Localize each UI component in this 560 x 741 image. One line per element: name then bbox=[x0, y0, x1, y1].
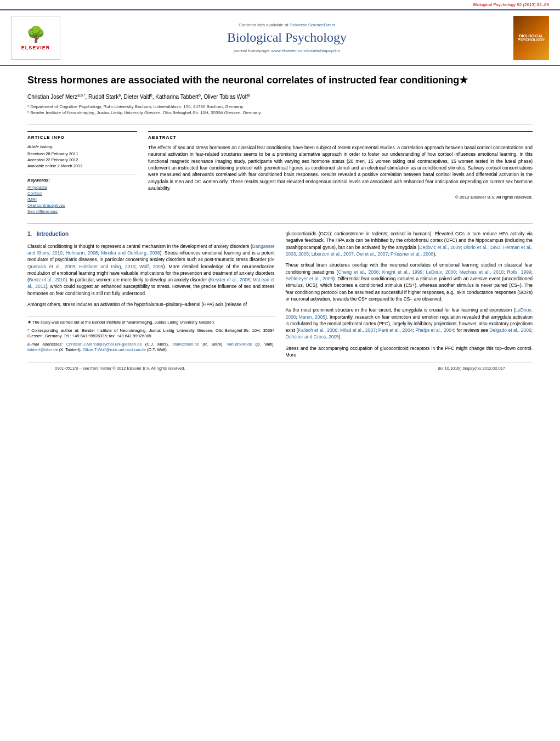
keyword-amygdala[interactable]: Amygdala bbox=[27, 185, 137, 190]
ref-holsboer[interactable]: Holsboer and Ising, 2010 bbox=[79, 264, 135, 269]
ref-hofmann[interactable]: Hofmann, 2008 bbox=[66, 250, 98, 256]
article-info-panel: ARTICLE INFO Article history: Received 2… bbox=[27, 131, 137, 215]
divider-2 bbox=[27, 223, 533, 224]
divider-1 bbox=[27, 124, 533, 125]
body-col-left: 1. Introduction Classical conditioning i… bbox=[27, 230, 275, 363]
ref-ledoux[interactable]: LeDoux, 2000 bbox=[426, 269, 456, 275]
footer-doi: doi:10.1016/j.biopsycho.2012.02.017 bbox=[438, 366, 505, 371]
keyword-cortisol[interactable]: Cortisol bbox=[27, 191, 137, 196]
footnote-emails: E-mail addresses: Christian.J.Merz@psych… bbox=[27, 342, 275, 353]
online-date: Available online 2 March 2012 bbox=[27, 163, 137, 168]
ref-mechias[interactable]: Mechias et al., 2010 bbox=[459, 269, 504, 275]
elsevier-tree-icon: 🌳 bbox=[26, 25, 46, 43]
right-para-1: glucocorticoids (GCs): corticosterone in… bbox=[286, 230, 533, 257]
elsevier-logo: 🌳 ELSEVIER bbox=[11, 16, 60, 60]
ref-oei[interactable]: Oei et al., 2007 bbox=[357, 251, 388, 257]
email-list: Christian.J.Merz@psychol.uni-giessen.de … bbox=[27, 342, 275, 353]
abstract-panel: ABSTRACT The effects of sex and stress h… bbox=[148, 131, 533, 215]
affiliation-b: ᵇ Bender Institute of Neuroimaging, Just… bbox=[27, 110, 533, 116]
ref-rolls[interactable]: Rolls, 1999 bbox=[507, 269, 531, 275]
ref-sehlmeyer[interactable]: Sehlmeyer et al., 2009 bbox=[286, 276, 333, 281]
ref-wolf[interactable]: Wolf, 2008 bbox=[139, 264, 163, 269]
right-para-2: These critical brain structures overlap … bbox=[286, 262, 533, 302]
homepage-url[interactable]: www.elsevier.com/locate/biopsycho bbox=[271, 48, 340, 53]
footer-issn: 0301-0511/$ – see front matter © 2012 El… bbox=[55, 366, 185, 371]
main-content: Stress hormones are associated with the … bbox=[0, 66, 560, 382]
right-para-4: Stress and the accompanying occupation o… bbox=[286, 345, 533, 359]
ref-cheng[interactable]: Cheng et al., 2006 bbox=[338, 269, 378, 275]
intro-para-2: Amongst others, stress induces an activa… bbox=[27, 301, 275, 308]
keyword-oc[interactable]: Oral contraceptives bbox=[27, 203, 137, 208]
article-info-abstract: ARTICLE INFO Article history: Received 2… bbox=[27, 131, 533, 215]
affiliation-a: ᵃ Department of Cognitive Psychology, Ru… bbox=[27, 104, 533, 110]
email-vaitl[interactable]: vaitl@bion.de bbox=[227, 342, 252, 347]
ref-mineka[interactable]: Mineka and Oehlberg, 2008 bbox=[101, 250, 160, 256]
ref-liberzon[interactable]: Liberzon et al., 2007 bbox=[312, 251, 354, 257]
sciverse-line: Contents lists available at SciVerse Sci… bbox=[239, 22, 335, 27]
intro-heading: 1. Introduction bbox=[27, 230, 275, 239]
keywords-section: Keywords: Amygdala Cortisol fMRI Oral co… bbox=[27, 174, 137, 214]
article-info-heading: ARTICLE INFO bbox=[27, 135, 137, 140]
homepage-line: journal homepage: www.elsevier.com/locat… bbox=[234, 48, 340, 53]
footnote-star: ★ The study was carried out at the Bende… bbox=[27, 320, 275, 326]
footnotes: ★ The study was carried out at the Bende… bbox=[27, 316, 275, 353]
right-para-3: As the most prominent structure in the f… bbox=[286, 307, 533, 341]
ref-prussner[interactable]: Prüssner et al., 2008 bbox=[391, 251, 433, 257]
ref-maren[interactable]: Maren, 2005 bbox=[299, 314, 325, 320]
keywords-label: Keywords: bbox=[27, 178, 137, 183]
ref-kessler[interactable]: Kessler et al., 2005 bbox=[210, 277, 250, 282]
journal-title-block: Contents lists available at SciVerse Sci… bbox=[69, 16, 505, 60]
abstract-heading: ABSTRACT bbox=[148, 135, 533, 140]
abstract-text: The effects of sex and stress hormones o… bbox=[148, 144, 533, 191]
journal-ref-text: Biological Psychology 92 (2013) 82–89 bbox=[473, 2, 549, 7]
email-merz[interactable]: Christian.J.Merz@psychol.uni-giessen.de bbox=[66, 342, 142, 347]
ref-pare[interactable]: Paré et al., 2004 bbox=[378, 327, 413, 333]
ref-diorio[interactable]: Diorio et al., 1993 bbox=[463, 245, 500, 250]
journal-title: Biological Psychology bbox=[227, 30, 347, 45]
email-wolf[interactable]: Oliver.T.Wolf@ruhr-uni-bochum.de bbox=[83, 347, 146, 352]
ref-dedovic[interactable]: Dedovic et al., 2009 bbox=[419, 245, 461, 250]
ref-kalisch[interactable]: Kalisch et al., 2006 bbox=[298, 327, 337, 333]
accepted-date: Accepted 22 February 2012 bbox=[27, 157, 137, 162]
journal-reference: Biological Psychology 92 (2013) 82–89 bbox=[0, 0, 560, 9]
ref-milad[interactable]: Milad et al., 2007 bbox=[340, 327, 376, 333]
keyword-fmri[interactable]: fMRI bbox=[27, 197, 137, 202]
intro-para-1: Classical conditioning is thought to rep… bbox=[27, 243, 275, 297]
article-history-label: Article history: bbox=[27, 144, 137, 149]
body-col-right: glucocorticoids (GCs): corticosterone in… bbox=[286, 230, 533, 363]
ref-phelps[interactable]: Phelps et al., 2004 bbox=[415, 327, 454, 333]
affiliations: ᵃ Department of Cognitive Psychology, Ru… bbox=[27, 104, 533, 116]
copyright-notice: © 2012 Elsevier B.V. All rights reserved… bbox=[148, 195, 533, 200]
journal-header: 🌳 ELSEVIER Contents lists available at S… bbox=[0, 9, 560, 66]
footnote-corresponding: * Corresponding author at: Bender Instit… bbox=[27, 328, 275, 340]
page-footer: 0301-0511/$ – see front matter © 2012 El… bbox=[27, 363, 533, 374]
email-stark[interactable]: stark@bion.de bbox=[172, 342, 199, 347]
elsevier-brand: ELSEVIER bbox=[21, 45, 50, 50]
keyword-sex[interactable]: Sex differences bbox=[27, 209, 137, 214]
sciverse-link[interactable]: SciVerse ScienceDirect bbox=[290, 22, 335, 27]
ref-ochsner[interactable]: Ochsner and Gross, 2005 bbox=[286, 334, 339, 340]
email-label: E-mail addresses: bbox=[27, 342, 63, 347]
ref-delgado[interactable]: Delgado et al., 2006 bbox=[489, 327, 531, 333]
body-columns: 1. Introduction Classical conditioning i… bbox=[27, 230, 533, 363]
journal-cover-image: BIOLOGICAL PSYCHOLOGY bbox=[513, 16, 549, 60]
authors-line: Christian Josef Merza,b,*, Rudolf Starkb… bbox=[27, 93, 533, 100]
ref-bentz[interactable]: Bentz et al., 2010 bbox=[29, 277, 65, 282]
email-tabbert[interactable]: tabbert@bion.de bbox=[27, 347, 58, 352]
received-date: Received 28 February 2011 bbox=[27, 151, 137, 156]
paper-title: Stress hormones are associated with the … bbox=[27, 74, 533, 87]
ref-knight[interactable]: Knight et al., 1999 bbox=[382, 269, 422, 275]
